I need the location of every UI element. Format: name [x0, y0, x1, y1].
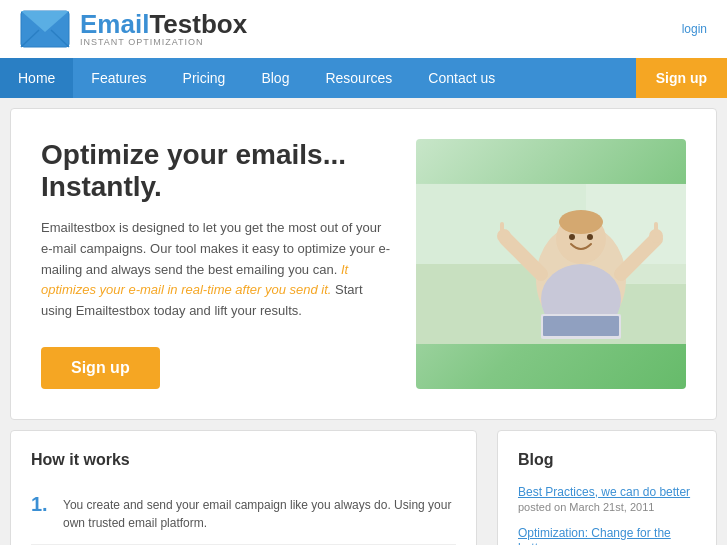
blog-post-1-link[interactable]: Best Practices, we can do better: [518, 485, 690, 499]
nav-signup-button[interactable]: Sign up: [636, 58, 727, 98]
blog-post-2: Optimization: Change for the better post…: [518, 525, 696, 545]
svg-rect-20: [543, 316, 619, 336]
login-link[interactable]: login: [682, 22, 707, 36]
svg-point-17: [569, 234, 575, 240]
logo-testbox: Testbox: [149, 9, 247, 39]
step-1-text: You create and send your email campaign …: [63, 496, 456, 532]
svg-rect-14: [500, 222, 504, 237]
hero-title: Optimize your emails... Instantly.: [41, 139, 396, 203]
svg-point-9: [559, 210, 603, 234]
nav-blog[interactable]: Blog: [243, 58, 307, 98]
nav-contact[interactable]: Contact us: [410, 58, 513, 98]
nav-pricing[interactable]: Pricing: [165, 58, 244, 98]
hero-person-illustration: [416, 139, 686, 389]
blog-title: Blog: [518, 451, 696, 469]
logo-email: Email: [80, 9, 149, 39]
svg-rect-16: [654, 222, 658, 237]
step-1: 1. You create and send your email campai…: [31, 484, 456, 545]
nav-features[interactable]: Features: [73, 58, 164, 98]
logo-name: EmailTestbox: [80, 11, 247, 37]
logo-envelope-icon: [20, 10, 70, 48]
nav-home[interactable]: Home: [0, 58, 73, 98]
blog-post-1: Best Practices, we can do better posted …: [518, 484, 696, 513]
logo-text-area: EmailTestbox INSTANT OPTIMIZATION: [80, 11, 247, 47]
blog-post-2-link[interactable]: Optimization: Change for the better: [518, 526, 671, 545]
main-nav: Home Features Pricing Blog Resources Con…: [0, 58, 727, 98]
hero-desc-before: Emailtestbox is designed to let you get …: [41, 220, 390, 277]
logo-area: EmailTestbox INSTANT OPTIMIZATION: [20, 10, 247, 48]
hero-signup-button[interactable]: Sign up: [41, 347, 160, 389]
how-it-works-section: How it works 1. You create and send your…: [10, 430, 477, 545]
blog-post-1-date: posted on March 21st, 2011: [518, 501, 696, 513]
blog-section: Blog Best Practices, we can do better po…: [497, 430, 717, 545]
bottom-section: How it works 1. You create and send your…: [10, 430, 717, 545]
logo-tagline: INSTANT OPTIMIZATION: [80, 37, 247, 47]
svg-point-18: [587, 234, 593, 240]
hero-image: [416, 139, 686, 389]
nav-resources[interactable]: Resources: [307, 58, 410, 98]
step-1-number: 1.: [31, 493, 51, 532]
how-it-works-title: How it works: [31, 451, 456, 469]
hero-section: Optimize your emails... Instantly. Email…: [10, 108, 717, 420]
hero-text: Optimize your emails... Instantly. Email…: [41, 139, 396, 389]
hero-description: Emailtestbox is designed to let you get …: [41, 218, 396, 322]
header: EmailTestbox INSTANT OPTIMIZATION login: [0, 0, 727, 58]
